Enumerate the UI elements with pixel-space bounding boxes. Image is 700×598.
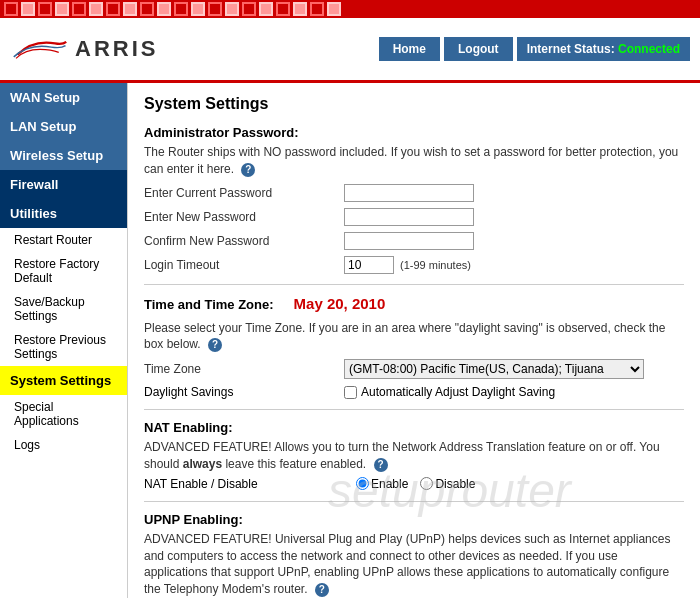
time-zone-desc: Please select your Time Zone. If you are… bbox=[144, 320, 684, 354]
admin-password-desc: The Router ships with NO password includ… bbox=[144, 144, 684, 178]
timezone-select[interactable]: (GMT-08:00) Pacific Time(US, Canada); Ti… bbox=[344, 359, 644, 379]
nat-disable-label[interactable]: Disable bbox=[420, 477, 475, 491]
current-date: May 20, 2010 bbox=[294, 295, 386, 312]
sidebar-item-system-settings[interactable]: System Settings bbox=[0, 366, 127, 395]
top-bar-sq bbox=[327, 2, 341, 16]
daylight-savings-checkbox[interactable] bbox=[344, 386, 357, 399]
top-bar-sq bbox=[123, 2, 137, 16]
internet-status: Internet Status: Connected bbox=[517, 37, 690, 61]
upnp-desc: ADVANCED FEATURE! Universal Plug and Pla… bbox=[144, 531, 684, 598]
upnp-desc-text: ADVANCED FEATURE! Universal Plug and Pla… bbox=[144, 532, 670, 596]
new-password-label: Enter New Password bbox=[144, 210, 344, 224]
timeout-hint: (1-99 minutes) bbox=[400, 259, 471, 271]
time-zone-section: Time and Time Zone: May 20, 2010 Please … bbox=[144, 295, 684, 400]
nat-header: NAT Enabling: bbox=[144, 420, 684, 435]
time-zone-desc-text: Please select your Time Zone. If you are… bbox=[144, 321, 665, 352]
sidebar-item-logs[interactable]: Logs bbox=[0, 433, 127, 457]
top-bar-sq bbox=[21, 2, 35, 16]
sidebar: WAN Setup LAN Setup Wireless Setup Firew… bbox=[0, 83, 128, 598]
top-bar-sq bbox=[293, 2, 307, 16]
timeout-row: Login Timeout (1-99 minutes) bbox=[144, 256, 684, 274]
sidebar-item-restore-previous[interactable]: Restore Previous Settings bbox=[0, 328, 127, 366]
sidebar-item-utilities[interactable]: Utilities bbox=[0, 199, 127, 228]
top-bar-sq bbox=[208, 2, 222, 16]
top-bar-sq bbox=[4, 2, 18, 16]
confirm-password-row: Confirm New Password bbox=[144, 232, 684, 250]
internet-status-value: Connected bbox=[618, 42, 680, 56]
sidebar-item-restart-router[interactable]: Restart Router bbox=[0, 228, 127, 252]
upnp-section: UPNP Enabling: ADVANCED FEATURE! Univers… bbox=[144, 512, 684, 598]
top-bar-sq bbox=[276, 2, 290, 16]
header: ARRIS Home Logout Internet Status: Conne… bbox=[0, 18, 700, 83]
top-bar-sq bbox=[72, 2, 86, 16]
upnp-header: UPNP Enabling: bbox=[144, 512, 684, 527]
nat-enable-text: Enable bbox=[371, 477, 408, 491]
top-bar-sq bbox=[242, 2, 256, 16]
current-password-input[interactable] bbox=[344, 184, 474, 202]
nat-desc-bold: always bbox=[183, 457, 222, 471]
divider-1 bbox=[144, 284, 684, 285]
top-bar-sq bbox=[140, 2, 154, 16]
nat-disable-text: Disable bbox=[435, 477, 475, 491]
confirm-password-input[interactable] bbox=[344, 232, 474, 250]
arris-logo-icon bbox=[10, 34, 70, 64]
admin-password-desc-text: The Router ships with NO password includ… bbox=[144, 145, 678, 176]
new-password-row: Enter New Password bbox=[144, 208, 684, 226]
top-bar bbox=[0, 0, 700, 18]
nat-enable-radio[interactable] bbox=[356, 477, 369, 490]
daylight-savings-text: Automatically Adjust Daylight Saving bbox=[361, 385, 555, 399]
header-nav: Home Logout Internet Status: Connected bbox=[379, 37, 690, 61]
nat-enable-row: NAT Enable / Disable Enable Disable bbox=[144, 477, 684, 491]
time-help-icon[interactable]: ? bbox=[208, 338, 222, 352]
logo-text: ARRIS bbox=[75, 36, 158, 62]
sidebar-item-lan-setup[interactable]: LAN Setup bbox=[0, 112, 127, 141]
top-bar-sq bbox=[191, 2, 205, 16]
top-bar-sq bbox=[225, 2, 239, 16]
nat-field-label: NAT Enable / Disable bbox=[144, 477, 344, 491]
nat-desc-end: leave this feature enabled. bbox=[222, 457, 366, 471]
nat-help-icon[interactable]: ? bbox=[374, 458, 388, 472]
timezone-label: Time Zone bbox=[144, 362, 344, 376]
current-password-label: Enter Current Password bbox=[144, 186, 344, 200]
time-zone-header: Time and Time Zone: bbox=[144, 297, 274, 312]
internet-status-label: Internet Status: bbox=[527, 42, 615, 56]
sidebar-item-save-backup[interactable]: Save/Backup Settings bbox=[0, 290, 127, 328]
new-password-input[interactable] bbox=[344, 208, 474, 226]
content-area: setuprouter System Settings Administrato… bbox=[128, 83, 700, 598]
top-bar-sq bbox=[55, 2, 69, 16]
sidebar-item-firewall[interactable]: Firewall bbox=[0, 170, 127, 199]
admin-password-header: Administrator Password: bbox=[144, 125, 684, 140]
sidebar-item-restore-factory[interactable]: Restore Factory Default bbox=[0, 252, 127, 290]
top-bar-sq bbox=[157, 2, 171, 16]
current-password-row: Enter Current Password bbox=[144, 184, 684, 202]
sidebar-item-special-applications[interactable]: Special Applications bbox=[0, 395, 127, 433]
divider-3 bbox=[144, 501, 684, 502]
top-bar-sq bbox=[174, 2, 188, 16]
timeout-label: Login Timeout bbox=[144, 258, 344, 272]
nat-disable-radio[interactable] bbox=[420, 477, 433, 490]
daylight-savings-label: Daylight Savings bbox=[144, 385, 344, 399]
top-bar-sq bbox=[89, 2, 103, 16]
admin-help-icon[interactable]: ? bbox=[241, 163, 255, 177]
timeout-input[interactable] bbox=[344, 256, 394, 274]
admin-password-section: Administrator Password: The Router ships… bbox=[144, 125, 684, 274]
upnp-help-icon[interactable]: ? bbox=[315, 583, 329, 597]
daylight-savings-row: Daylight Savings Automatically Adjust Da… bbox=[144, 385, 684, 399]
nat-enable-label[interactable]: Enable bbox=[356, 477, 408, 491]
top-bar-sq bbox=[259, 2, 273, 16]
page-title: System Settings bbox=[144, 95, 684, 113]
divider-2 bbox=[144, 409, 684, 410]
sidebar-item-wan-setup[interactable]: WAN Setup bbox=[0, 83, 127, 112]
logo-area: ARRIS bbox=[10, 34, 158, 64]
logout-button[interactable]: Logout bbox=[444, 37, 513, 61]
nat-section: NAT Enabling: ADVANCED FEATURE! Allows y… bbox=[144, 420, 684, 491]
sidebar-item-wireless-setup[interactable]: Wireless Setup bbox=[0, 141, 127, 170]
home-button[interactable]: Home bbox=[379, 37, 440, 61]
main-layout: WAN Setup LAN Setup Wireless Setup Firew… bbox=[0, 83, 700, 598]
confirm-password-label: Confirm New Password bbox=[144, 234, 344, 248]
top-bar-sq bbox=[310, 2, 324, 16]
nat-desc: ADVANCED FEATURE! Allows you to turn the… bbox=[144, 439, 684, 473]
top-bar-sq bbox=[106, 2, 120, 16]
top-bar-sq bbox=[38, 2, 52, 16]
timezone-row: Time Zone (GMT-08:00) Pacific Time(US, C… bbox=[144, 359, 684, 379]
